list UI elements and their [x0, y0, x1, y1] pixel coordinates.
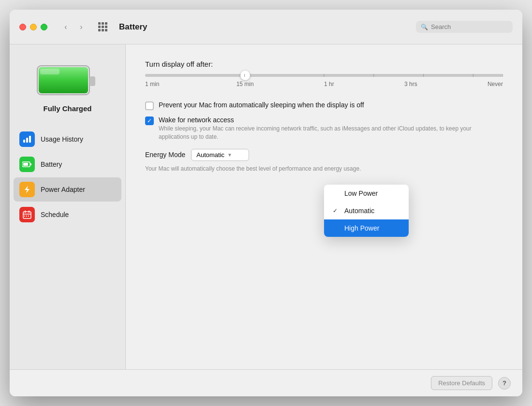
- sidebar-item-power-adapter[interactable]: Power Adapter: [14, 177, 121, 202]
- svg-rect-9: [30, 163, 31, 165]
- energy-mode-row: Energy Mode Automatic ▼: [145, 149, 503, 161]
- menu-item-automatic[interactable]: ✓ Automatic: [324, 202, 409, 219]
- nav-buttons: ‹ ›: [59, 20, 88, 34]
- energy-mode-sublabel: Your Mac will automatically choose the b…: [145, 165, 503, 173]
- search-icon: 🔍: [421, 24, 428, 30]
- tick-never: Never: [488, 81, 503, 87]
- wake-network-sublabel: While sleeping, your Mac can receive inc…: [159, 125, 503, 141]
- prevent-sleep-label: Prevent your Mac from automatically slee…: [159, 101, 364, 109]
- automatic-label: Automatic: [344, 207, 374, 215]
- fullscreen-button[interactable]: [41, 24, 47, 30]
- menu-item-high-power[interactable]: High Power: [324, 219, 409, 237]
- svg-rect-13: [24, 216, 25, 217]
- svg-rect-15: [28, 216, 29, 217]
- main-window: ‹ › Battery 🔍: [10, 10, 522, 396]
- grid-icon: [98, 22, 107, 31]
- display-off-label: Turn display off after:: [145, 60, 503, 68]
- minimize-button[interactable]: [30, 24, 37, 30]
- high-power-label: High Power: [344, 224, 379, 232]
- help-button[interactable]: ?: [498, 377, 511, 390]
- sidebar: Fully Charged Usage History: [10, 44, 126, 369]
- wake-network-content: Wake for network access While sleeping, …: [159, 116, 503, 141]
- tick-1hr: 1 hr: [324, 81, 334, 87]
- titlebar: ‹ › Battery 🔍: [10, 10, 522, 44]
- slider-track[interactable]: [145, 74, 503, 77]
- bolt-icon: [23, 185, 31, 194]
- battery-status-label: Fully Charged: [43, 104, 91, 113]
- energy-mode-label: Energy Mode: [145, 151, 185, 159]
- svg-rect-5: [26, 138, 28, 143]
- usage-history-icon: [19, 131, 35, 147]
- battery-info: Fully Charged: [10, 54, 125, 127]
- battery-small-icon: [22, 161, 32, 168]
- energy-mode-section: Energy Mode Automatic ▼ Your Mac will au…: [145, 149, 503, 173]
- forward-button[interactable]: ›: [74, 20, 88, 34]
- main-panel: Turn display off after: 1 min 1: [126, 44, 522, 369]
- battery-illustration: [36, 64, 99, 99]
- chevron-down-icon: ▼: [227, 152, 232, 158]
- schedule-label: Schedule: [41, 211, 69, 218]
- svg-rect-14: [26, 216, 27, 217]
- svg-rect-4: [23, 140, 25, 143]
- svg-rect-3: [40, 69, 59, 74]
- energy-mode-menu: Low Power ✓ Automatic High Power: [324, 185, 409, 237]
- footer: Restore Defaults ?: [10, 369, 522, 396]
- battery-label: Battery: [41, 160, 62, 168]
- menu-item-low-power[interactable]: Low Power: [324, 185, 409, 202]
- prevent-sleep-checkbox[interactable]: [145, 102, 154, 110]
- sidebar-item-battery[interactable]: Battery: [14, 152, 121, 176]
- power-adapter-icon: [19, 182, 35, 197]
- power-adapter-label: Power Adapter: [41, 186, 85, 193]
- grid-button[interactable]: [96, 20, 109, 34]
- content-area: Fully Charged Usage History: [10, 44, 522, 369]
- svg-rect-2: [89, 76, 95, 86]
- usage-history-label: Usage History: [41, 135, 83, 143]
- traffic-lights: [19, 24, 47, 30]
- automatic-check: ✓: [333, 207, 340, 214]
- close-button[interactable]: [19, 24, 26, 30]
- dropdown-value: Automatic: [196, 151, 224, 159]
- wake-network-checkbox[interactable]: ✓: [145, 116, 154, 125]
- slider-thumb[interactable]: [240, 71, 250, 80]
- chart-icon: [23, 135, 31, 144]
- restore-defaults-button[interactable]: Restore Defaults: [431, 376, 492, 390]
- wake-network-label: Wake for network access: [159, 116, 503, 124]
- search-box[interactable]: 🔍: [416, 21, 513, 33]
- sidebar-item-schedule[interactable]: Schedule: [14, 203, 121, 227]
- sidebar-item-usage-history[interactable]: Usage History: [14, 127, 121, 151]
- search-input[interactable]: [431, 23, 508, 30]
- low-power-label: Low Power: [344, 189, 378, 197]
- prevent-sleep-row: Prevent your Mac from automatically slee…: [145, 101, 503, 110]
- calendar-icon: [23, 210, 31, 219]
- slider-tick-labels: 1 min 15 min 1 hr 3 hrs Never: [145, 81, 503, 87]
- back-button[interactable]: ‹: [59, 20, 73, 34]
- tick-3hrs: 3 hrs: [404, 81, 417, 87]
- wake-network-row: ✓ Wake for network access While sleeping…: [145, 116, 503, 141]
- svg-marker-10: [25, 186, 30, 193]
- sidebar-nav: Usage History Battery: [10, 127, 125, 227]
- energy-mode-dropdown[interactable]: Automatic ▼: [191, 149, 249, 161]
- battery-icon: [36, 64, 99, 99]
- tick-15min: 15 min: [236, 81, 254, 87]
- schedule-icon: [19, 207, 35, 222]
- slider-ticks-svg: [145, 74, 503, 77]
- tick-1min: 1 min: [145, 81, 159, 87]
- svg-rect-6: [29, 136, 31, 143]
- battery-nav-icon: [19, 157, 35, 172]
- svg-rect-8: [23, 163, 28, 166]
- window-title: Battery: [119, 22, 408, 32]
- display-off-section: Turn display off after: 1 min 1: [145, 60, 503, 87]
- svg-rect-11: [23, 212, 31, 218]
